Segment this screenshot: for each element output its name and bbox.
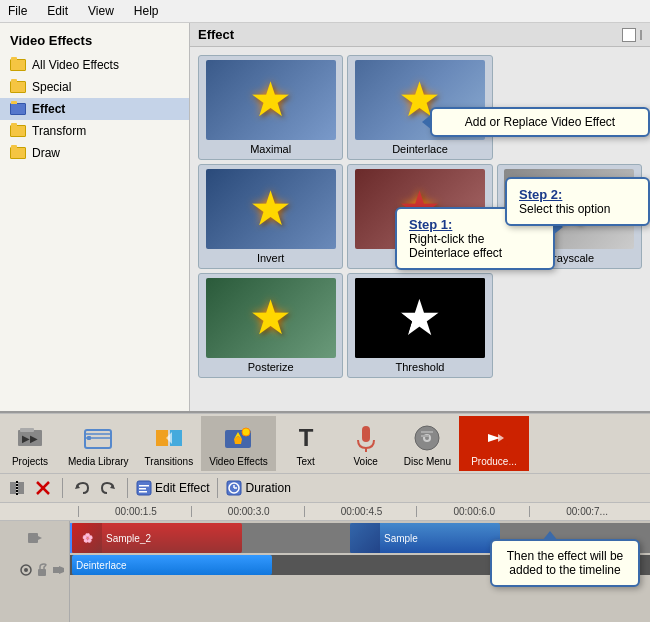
svg-rect-43 [53,567,59,573]
effect-name-invert: Invert [257,252,285,264]
star-icon-posterize: ★ [249,294,292,342]
clip-thumbnail-2 [350,523,380,553]
duration-btn[interactable]: Duration [226,480,290,496]
svg-rect-31 [139,485,149,487]
transitions-icon [151,420,187,456]
sidebar-item-special-label: Special [32,80,71,94]
timeline-split-btn[interactable] [6,477,28,499]
svg-rect-42 [38,569,46,576]
sidebar-item-draw-label: Draw [32,146,60,160]
duration-label: Duration [245,481,290,495]
effect-clip[interactable]: Deinterlace [72,555,272,575]
clip-sample[interactable]: Sample [350,523,500,553]
menu-view[interactable]: View [84,2,118,20]
scroll-box [622,28,636,42]
sidebar-title: Video Effects [0,27,189,54]
track-label-bottom-controls [0,555,69,585]
timeline-tracks-container: 🌸 Sample_2 Sample Deinterlace Then the [0,521,650,622]
effect-name-maximal: Maximal [250,143,291,155]
svg-marker-44 [59,566,64,574]
sidebar: Video Effects All Video Effects Special … [0,23,190,411]
svg-rect-33 [139,491,147,493]
menu-file[interactable]: File [4,2,31,20]
timeline-undo-btn[interactable] [71,477,93,499]
folder-icon-special [10,81,26,93]
star-icon-threshold: ★ [397,293,442,343]
tooltip-replace-arrow [422,114,432,130]
toolbar-label-media-library: Media Library [68,456,129,467]
projects-icon: ▶▶ [12,420,48,456]
sidebar-item-draw[interactable]: Draw [0,142,189,164]
track-label-video [0,523,69,553]
clip-sample-label: Sample [380,533,418,544]
folder-icon-transform [10,125,26,137]
toolbar-btn-disc-menu[interactable]: Disc Menu [396,416,459,471]
sidebar-item-effect-label: Effect [32,102,65,116]
menu-edit[interactable]: Edit [43,2,72,20]
toolbar-label-voice: Voice [353,456,377,467]
star-icon-invert: ★ [249,185,292,233]
effect-posterize[interactable]: ★ Posterize [198,273,343,378]
toolbar-label-text: Text [297,456,315,467]
menubar: File Edit View Help [0,0,650,23]
menu-help[interactable]: Help [130,2,163,20]
sidebar-item-transform[interactable]: Transform [0,120,189,142]
folder-icon [10,59,26,71]
timeline-area: Edit Effect Duration 00:00:1.5 00:00:3.0… [0,474,650,622]
timeline-redo-btn[interactable] [97,477,119,499]
tooltip-step2: Step 2: Select this option [505,177,650,226]
effect-thumb-invert: ★ [206,169,336,249]
timeline-tooltip-arrow [542,531,558,541]
timeline-ruler: 00:00:1.5 00:00:3.0 00:00:4.5 00:00:6.0 … [0,503,650,521]
audio-icon [51,563,65,577]
sidebar-item-effect[interactable]: Effect [0,98,189,120]
sidebar-item-special[interactable]: Special [0,76,189,98]
svg-rect-38 [28,533,38,543]
tl-separator-2 [127,478,128,498]
toolbar-btn-voice[interactable]: Voice [336,416,396,471]
effect-maximal[interactable]: ★ Maximal [198,55,343,160]
eye-icon [19,563,33,577]
svg-text:▶▶: ▶▶ [22,433,38,444]
effect-invert[interactable]: ★ Invert [198,164,343,269]
edit-effect-btn[interactable]: Edit Effect [136,480,209,496]
svg-rect-13 [362,426,370,442]
svg-rect-1 [20,428,34,432]
toolbar-btn-video-effects[interactable]: Video Effects [201,416,276,471]
playhead [70,523,72,553]
toolbar-btn-text[interactable]: T Text [276,416,336,471]
ruler-mark-2: 00:00:3.0 [191,506,304,517]
lock-icon [35,563,49,577]
effect-threshold[interactable]: ★ Threshold [347,273,492,378]
sidebar-item-all[interactable]: All Video Effects [0,54,189,76]
track-labels [0,521,70,622]
timeline-tooltip: Then the effect will be added to the tim… [490,539,640,587]
threshold-inner: ★ [355,278,485,358]
toolbar-label-projects: Projects [12,456,48,467]
toolbar-btn-transitions[interactable]: Transitions [137,416,202,471]
tooltip-replace-text: Add or Replace Video Effect [465,115,615,129]
sidebar-item-all-label: All Video Effects [32,58,119,72]
toolbar-btn-produce[interactable]: Produce... [459,416,529,471]
ruler-mark-5: 00:00:7... [529,506,642,517]
horizontal-scrollbar[interactable] [640,30,642,40]
video-effects-icon [220,420,256,456]
tl-separator-1 [62,478,63,498]
timeline-delete-btn[interactable] [32,477,54,499]
content-header-controls [622,28,642,42]
toolbar-btn-projects[interactable]: ▶▶ Projects [0,416,60,471]
media-library-icon [80,420,116,456]
svg-point-11 [242,428,250,436]
content-area: Effect ★ Maximal ★ [190,23,650,411]
tooltip-step2-body: Select this option [519,202,636,216]
clip-sample2[interactable]: 🌸 Sample_2 [72,523,242,553]
sidebar-item-transform-label: Transform [32,124,86,138]
effect-thumb-posterize: ★ [206,278,336,358]
svg-rect-4 [87,436,91,440]
disc-menu-icon [409,420,445,456]
toolbar-btn-media-library[interactable]: Media Library [60,416,137,471]
svg-rect-18 [421,431,433,433]
clip-sample2-label: Sample_2 [102,533,151,544]
tl-separator-3 [217,478,218,498]
content-header: Effect [190,23,650,47]
